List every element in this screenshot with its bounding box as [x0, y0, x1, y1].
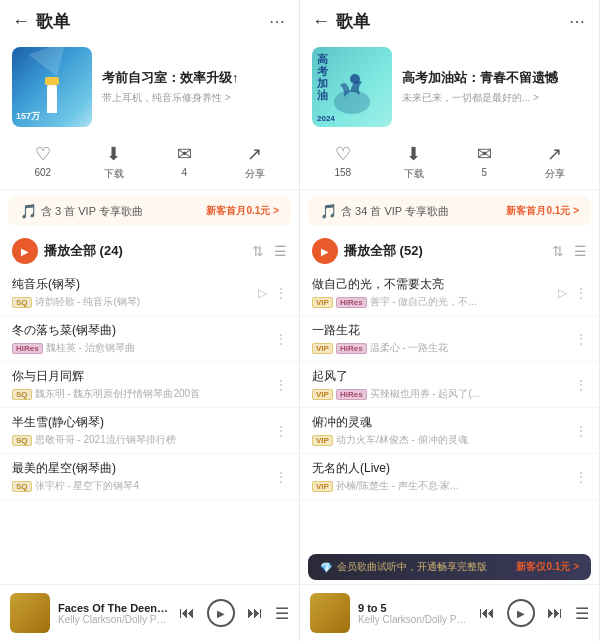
play-icon-0[interactable]: ▷	[258, 286, 267, 300]
player-thumbnail-right	[310, 593, 350, 633]
back-button[interactable]: ←	[12, 11, 30, 32]
vip-banner-right[interactable]: 🎵 含 34 首 VIP 专享歌曲 新客首月0.1元 >	[308, 196, 591, 226]
player-info-right: 9 to 5 Kelly Clarkson/Dolly Parton	[358, 602, 471, 625]
player-play-button-right[interactable]: ▶	[507, 599, 535, 627]
song-item-0[interactable]: 纯音乐(钢琴) SQ 诗韵轻歌 - 纯音乐(钢琴) ▷ ⋮	[0, 270, 299, 316]
lighthouse-body	[47, 85, 57, 113]
player-info: Faces Of The Deen The Kelly Clarkson/Dol…	[58, 602, 171, 625]
next-button-right[interactable]: ⏭	[547, 604, 563, 622]
vip-cta-right[interactable]: 新客首月0.1元 >	[506, 204, 579, 218]
play-all-actions: ⇅ ☰	[252, 243, 287, 259]
r-menu-icon-2[interactable]: ⋮	[575, 378, 587, 392]
like-count-right: 158	[334, 167, 351, 178]
comment-count-right: 5	[481, 167, 487, 178]
r-song-item-4[interactable]: 无名的人(Live) VIP 孙楠/陈楚生 - 声生不息·家... ⋮	[300, 454, 599, 500]
r-song-actions-4: ⋮	[575, 470, 587, 484]
r-song-main-1: 一路生花 VIP HiRes 温柔心 - 一路生花	[312, 322, 567, 355]
stat-download-right[interactable]: ⬇ 下载	[404, 143, 424, 181]
song-title-0: 纯音乐(钢琴)	[12, 276, 250, 293]
sort-icon[interactable]: ⇅	[252, 243, 264, 259]
song-item-3[interactable]: 半生雪(静心钢琴) SQ 思敬哥哥 - 2021流行钢琴排行榜 ⋮	[0, 408, 299, 454]
header-left-group: ← 歌单	[12, 10, 70, 33]
r-song-item-0[interactable]: 做自己的光，不需要太亮 VIP HiRes 善宇 - 做自己的光，不... ▷ …	[300, 270, 599, 316]
share-label-right: 分享	[545, 167, 565, 181]
share-icon: ↗	[247, 143, 262, 165]
r-song-item-1[interactable]: 一路生花 VIP HiRes 温柔心 - 一路生花 ⋮	[300, 316, 599, 362]
sort-icon-right[interactable]: ⇅	[552, 243, 564, 259]
queue-icon-right[interactable]: ☰	[575, 604, 589, 623]
r-menu-icon-1[interactable]: ⋮	[575, 332, 587, 346]
player-thumbnail	[10, 593, 50, 633]
play-all-button-right[interactable]: ▶	[312, 238, 338, 264]
stat-comment-right[interactable]: ✉ 5	[477, 143, 492, 181]
list-icon[interactable]: ☰	[274, 243, 287, 259]
stat-like[interactable]: ♡ 602	[34, 143, 51, 181]
r-song-item-2[interactable]: 起风了 VIP HiRes 买辣椒也用券 - 起风了(... ⋮	[300, 362, 599, 408]
vip-cta[interactable]: 新客首月0.1元 >	[206, 204, 279, 218]
song-main-2: 你与日月同辉 SQ 魏东明 - 魏东明原创抒情钢琴曲200首	[12, 368, 267, 401]
song-tags-2: SQ 魏东明 - 魏东明原创抒情钢琴曲200首	[12, 387, 267, 401]
queue-icon[interactable]: ☰	[275, 604, 289, 623]
r-song-sub-4: 孙楠/陈楚生 - 声生不息·家...	[336, 479, 459, 493]
panel-right: ← 歌单 ⋯ 高考加油 2024 高考加油站：青春不留遗憾 未来已来，一切都是最…	[300, 0, 600, 641]
menu-icon-1[interactable]: ⋮	[275, 332, 287, 346]
r-menu-icon-3[interactable]: ⋮	[575, 424, 587, 438]
r-song-item-3[interactable]: 俯冲的灵魂 VIP 动力火车/林俊杰 - 俯冲的灵魂 ⋮	[300, 408, 599, 454]
song-sub-2: 魏东明 - 魏东明原创抒情钢琴曲200首	[35, 387, 201, 401]
comment-icon-right: ✉	[477, 143, 492, 165]
menu-icon-4[interactable]: ⋮	[275, 470, 287, 484]
play-all-label: 播放全部 (24)	[44, 242, 123, 260]
prev-button[interactable]: ⏮	[179, 604, 195, 622]
next-button[interactable]: ⏭	[247, 604, 263, 622]
vip-member-left: 💎 会员歌曲试听中，开通畅享完整版	[320, 560, 487, 574]
menu-icon-2[interactable]: ⋮	[275, 378, 287, 392]
stat-like-right[interactable]: ♡ 158	[334, 143, 351, 181]
stat-comment[interactable]: ✉ 4	[177, 143, 192, 181]
vip-emoji-icon-right: 🎵	[320, 203, 337, 219]
menu-icon-0[interactable]: ⋮	[275, 286, 287, 300]
song-tags-3: SQ 思敬哥哥 - 2021流行钢琴排行榜	[12, 433, 267, 447]
year-label: 2024	[317, 114, 335, 123]
vip-member-banner[interactable]: 💎 会员歌曲试听中，开通畅享完整版 新客仅0.1元 >	[308, 554, 591, 580]
play-all-left-right: ▶ 播放全部 (52)	[312, 238, 423, 264]
r-song-main-4: 无名的人(Live) VIP 孙楠/陈楚生 - 声生不息·家...	[312, 460, 567, 493]
r-tag-vip-1: VIP	[312, 343, 333, 354]
cover-content: 高考加油 2024	[312, 47, 392, 127]
prev-button-right[interactable]: ⏮	[479, 604, 495, 622]
r-song-tags-3: VIP 动力火车/林俊杰 - 俯冲的灵魂	[312, 433, 567, 447]
menu-icon-3[interactable]: ⋮	[275, 424, 287, 438]
download-label: 下载	[104, 167, 124, 181]
like-count: 602	[34, 167, 51, 178]
player-controls: ⏮ ▶ ⏭ ☰	[179, 599, 289, 627]
song-item-2[interactable]: 你与日月同辉 SQ 魏东明 - 魏东明原创抒情钢琴曲200首 ⋮	[0, 362, 299, 408]
r-menu-icon-4[interactable]: ⋮	[575, 470, 587, 484]
r-menu-icon-0[interactable]: ⋮	[575, 286, 587, 300]
vip-banner[interactable]: 🎵 含 3 首 VIP 专享歌曲 新客首月0.1元 >	[8, 196, 291, 226]
like-icon-right: ♡	[335, 143, 351, 165]
song-item-1[interactable]: 冬の落ち菜(钢琴曲) HiRes 魏桂英 - 治愈钢琴曲 ⋮	[0, 316, 299, 362]
more-button-right[interactable]: ⋯	[569, 12, 587, 31]
share-icon-right: ↗	[547, 143, 562, 165]
play-all-left: ▶ 播放全部 (24)	[12, 238, 123, 264]
back-button-right[interactable]: ←	[312, 11, 330, 32]
stat-share[interactable]: ↗ 分享	[245, 143, 265, 181]
player-track-title: Faces Of The Deen The	[58, 602, 171, 614]
r-song-sub-0: 善宇 - 做自己的光，不...	[370, 295, 477, 309]
player-track-title-right: 9 to 5	[358, 602, 471, 614]
r-play-icon-0[interactable]: ▷	[558, 286, 567, 300]
song-item-4[interactable]: 最美的星空(钢琴曲) SQ 张宇柠 - 星空下的钢琴4 ⋮	[0, 454, 299, 500]
tag-sq-3: SQ	[12, 435, 32, 446]
list-icon-right[interactable]: ☰	[574, 243, 587, 259]
stat-download[interactable]: ⬇ 下载	[104, 143, 124, 181]
player-play-button[interactable]: ▶	[207, 599, 235, 627]
song-actions-3: ⋮	[275, 424, 287, 438]
song-list: 纯音乐(钢琴) SQ 诗韵轻歌 - 纯音乐(钢琴) ▷ ⋮ 冬の落ち菜(钢琴曲)…	[0, 270, 299, 584]
vip-member-cta[interactable]: 新客仅0.1元 >	[516, 560, 579, 574]
playlist-title: 考前自习室：效率升级↑	[102, 69, 287, 87]
r-song-actions-3: ⋮	[575, 424, 587, 438]
more-button[interactable]: ⋯	[269, 12, 287, 31]
play-all-button[interactable]: ▶	[12, 238, 38, 264]
play-all-label-right: 播放全部 (52)	[344, 242, 423, 260]
player-thumb-bg-right	[310, 593, 350, 633]
stat-share-right[interactable]: ↗ 分享	[545, 143, 565, 181]
